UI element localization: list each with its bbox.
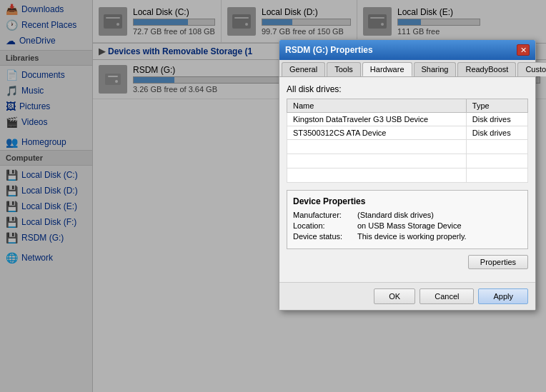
tab-readyboost[interactable]: ReadyBoost (457, 62, 516, 76)
tab-hardware[interactable]: Hardware (362, 62, 412, 76)
properties-button[interactable]: Properties (468, 255, 528, 269)
manufacturer-value: (Standard disk drives) (357, 211, 434, 219)
location-label: Location: (293, 221, 357, 230)
apply-button[interactable]: Apply (478, 288, 528, 304)
all-disk-drives-label: All disk drives: (287, 84, 528, 94)
status-row: Device status: This device is working pr… (293, 232, 522, 241)
manufacturer-label: Manufacturer: (293, 211, 357, 219)
dialog-body: All disk drives: Name Type Kingston Data… (279, 77, 535, 282)
tab-tools[interactable]: Tools (327, 62, 361, 76)
drive-type-1: Disk drives (466, 113, 527, 126)
location-value: on USB Mass Storage Device (357, 221, 462, 230)
tab-general[interactable]: General (282, 62, 325, 76)
col-name-header: Name (287, 99, 467, 113)
dialog-titlebar: RSDM (G:) Properties ✕ (279, 40, 535, 60)
tab-customize[interactable]: Customize (517, 62, 546, 76)
properties-dialog: RSDM (G:) Properties ✕ General Tools Har… (279, 39, 536, 311)
drive-name-2: ST3500312CS ATA Device (287, 126, 467, 140)
drive-row-1[interactable]: Kingston DataTraveler G3 USB Device Disk… (287, 113, 528, 126)
drives-table: Name Type Kingston DataTraveler G3 USB D… (287, 99, 528, 183)
drive-row-2[interactable]: ST3500312CS ATA Device Disk drives (287, 126, 528, 140)
device-properties-section: Device Properties Manufacturer: (Standar… (287, 190, 528, 249)
ok-button[interactable]: OK (374, 288, 415, 304)
manufacturer-row: Manufacturer: (Standard disk drives) (293, 211, 522, 219)
tab-sharing[interactable]: Sharing (414, 62, 457, 76)
dialog-title: RSDM (G:) Properties (285, 45, 373, 55)
dialog-tabs: General Tools Hardware Sharing ReadyBoos… (279, 60, 535, 77)
dialog-footer: OK Cancel Apply (279, 282, 535, 310)
location-row: Location: on USB Mass Storage Device (293, 221, 522, 230)
status-label: Device status: (293, 232, 357, 241)
drive-type-2: Disk drives (466, 126, 527, 140)
status-value: This device is working properly. (357, 232, 467, 241)
cancel-button[interactable]: Cancel (420, 288, 474, 304)
device-props-title: Device Properties (293, 196, 522, 206)
col-type-header: Type (466, 99, 527, 113)
drive-name-1: Kingston DataTraveler G3 USB Device (287, 113, 467, 126)
dialog-close-button[interactable]: ✕ (517, 44, 530, 56)
